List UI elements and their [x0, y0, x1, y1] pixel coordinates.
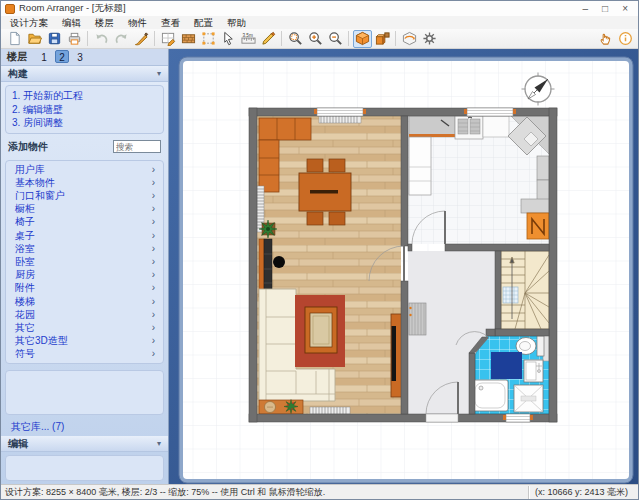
category-item-12[interactable]: 其它› — [6, 321, 163, 334]
category-item-5[interactable]: 桌子› — [6, 229, 163, 242]
new-button[interactable] — [5, 30, 24, 48]
bath-mat[interactable] — [491, 352, 522, 379]
collapse-arrow-icon[interactable]: ▾ — [157, 69, 161, 78]
collapse-arrow-icon[interactable]: ▾ — [157, 439, 161, 448]
measure-button[interactable]: 3.5m — [239, 30, 258, 48]
category-item-0[interactable]: 用户库› — [6, 163, 163, 176]
build-step-3[interactable]: 3. 房间调整 — [12, 116, 157, 130]
window — [503, 414, 533, 422]
category-label: 桌子 — [15, 229, 35, 242]
info-button[interactable] — [616, 30, 635, 48]
hall-radiator[interactable] — [409, 303, 426, 335]
washbasin[interactable] — [524, 360, 543, 382]
chevron-right-icon: › — [152, 189, 155, 202]
pan-hand-button[interactable] — [596, 30, 615, 48]
category-item-4[interactable]: 椅子› — [6, 215, 163, 228]
category-item-1[interactable]: 基本物件› — [6, 176, 163, 189]
staircase[interactable] — [501, 251, 549, 329]
maximize-button[interactable]: □ — [602, 2, 608, 15]
zoom-selection-button[interactable] — [286, 30, 305, 48]
washing-machine[interactable] — [514, 385, 543, 412]
close-button[interactable]: × — [622, 2, 628, 15]
wall-cabinet[interactable] — [521, 199, 549, 213]
open-button[interactable] — [25, 30, 44, 48]
toolbar-separator — [87, 31, 88, 46]
menu-3[interactable]: 物件 — [121, 16, 154, 29]
category-item-13[interactable]: 其它3D造型› — [6, 334, 163, 347]
wall-button[interactable] — [179, 30, 198, 48]
plant[interactable] — [259, 220, 277, 238]
edit-section-header[interactable]: 编辑 ▾ — [1, 436, 168, 452]
category-item-3[interactable]: 橱柜› — [6, 202, 163, 215]
walkthrough-button[interactable] — [400, 30, 419, 48]
redo-button[interactable] — [112, 30, 131, 48]
tall-cabinet[interactable] — [409, 137, 431, 195]
build-title: 构建 — [8, 67, 28, 81]
floors-bar: 楼层 123 — [1, 49, 168, 66]
plan-canvas[interactable] — [169, 49, 638, 484]
bathroom[interactable] — [472, 333, 549, 414]
menu-1[interactable]: 编辑 — [55, 16, 88, 29]
floor-tab-3[interactable]: 3 — [73, 51, 87, 64]
floor-radiator[interactable] — [310, 407, 350, 414]
objects-3d-button[interactable] — [373, 30, 392, 48]
floor-tab-1[interactable]: 1 — [37, 51, 51, 64]
category-label: 基本物件 — [15, 176, 55, 189]
category-item-11[interactable]: 花园› — [6, 308, 163, 321]
brush-button[interactable] — [132, 30, 151, 48]
menu-5[interactable]: 配置 — [187, 16, 220, 29]
toolbar: 3.5m — [1, 29, 638, 49]
ball[interactable] — [273, 256, 285, 268]
shower-tray[interactable] — [472, 380, 508, 411]
build-step-2[interactable]: 2. 编辑墙壁 — [12, 103, 157, 117]
category-label: 楼梯 — [15, 295, 35, 308]
category-label: 厨房 — [15, 268, 35, 281]
edit-plan-button[interactable] — [159, 30, 178, 48]
kitchen-counter[interactable] — [409, 116, 455, 137]
object-search-input[interactable] — [113, 140, 161, 153]
minimize-button[interactable]: – — [583, 2, 589, 15]
window-radiator[interactable] — [319, 116, 361, 123]
window-title: Room Arranger - [无标题] — [19, 2, 126, 15]
save-button[interactable] — [45, 30, 64, 48]
print-button[interactable] — [65, 30, 84, 48]
sidebar: 楼层 123 构建 ▾ 1. 开始新的工程2. 编辑墙壁3. 房间调整 添加物件… — [1, 49, 169, 484]
zoom-in-button[interactable] — [306, 30, 325, 48]
chevron-right-icon: › — [152, 176, 155, 189]
build-step-1[interactable]: 1. 开始新的工程 — [12, 89, 157, 103]
kitchen-sink[interactable] — [455, 116, 483, 139]
menu-0[interactable]: 设计方案 — [3, 16, 55, 29]
floor-tab-2[interactable]: 2 — [55, 50, 69, 63]
category-item-6[interactable]: 浴室› — [6, 242, 163, 255]
zoom-out-button[interactable] — [326, 30, 345, 48]
category-item-8[interactable]: 厨房› — [6, 268, 163, 281]
menu-4[interactable]: 查看 — [154, 16, 187, 29]
undo-button[interactable] — [92, 30, 111, 48]
toolbar-separator — [154, 31, 155, 46]
draw-button[interactable] — [259, 30, 278, 48]
view-3d-button[interactable] — [353, 30, 372, 48]
wall-cabinet[interactable] — [537, 156, 549, 180]
select-button[interactable] — [219, 30, 238, 48]
category-item-2[interactable]: 门口和窗户› — [6, 189, 163, 202]
bookshelf[interactable] — [259, 239, 272, 297]
menu-2[interactable]: 楼层 — [88, 16, 121, 29]
side-table-with-plant[interactable] — [259, 400, 303, 415]
category-item-14[interactable]: 符号› — [6, 347, 163, 360]
settings-button[interactable] — [420, 30, 439, 48]
coffee-table[interactable] — [305, 307, 337, 353]
transform-button[interactable] — [199, 30, 218, 48]
category-item-10[interactable]: 楼梯› — [6, 295, 163, 308]
title-bar: Room Arranger - [无标题] – □ × — [1, 1, 638, 16]
edit-title: 编辑 — [8, 437, 28, 451]
category-item-7[interactable]: 卧室› — [6, 255, 163, 268]
category-item-9[interactable]: 附件› — [6, 281, 163, 294]
category-label: 附件 — [15, 281, 35, 294]
menu-6[interactable]: 帮助 — [220, 16, 253, 29]
stove[interactable] — [527, 213, 549, 239]
add-objects-header: 添加物件 — [1, 137, 168, 157]
toolbar-separator — [395, 31, 396, 46]
other-libraries-link[interactable]: 其它库... (7) — [1, 418, 168, 436]
build-section-header[interactable]: 构建 ▾ — [1, 66, 168, 82]
object-categories-panel: 用户库›基本物件›门口和窗户›橱柜›椅子›桌子›浴室›卧室›厨房›附件›楼梯›花… — [5, 160, 164, 364]
